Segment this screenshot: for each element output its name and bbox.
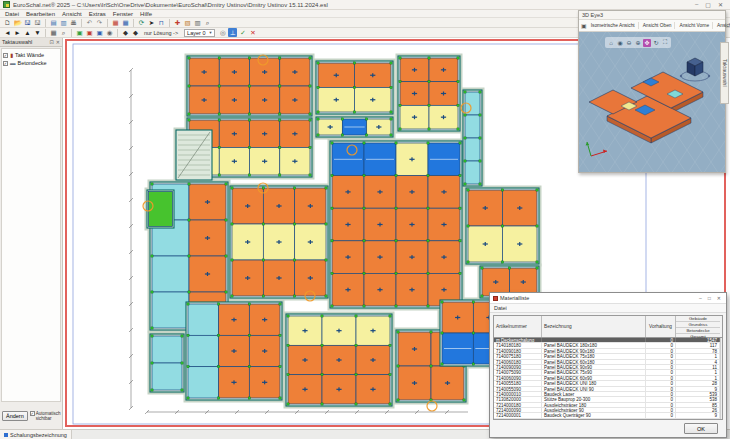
3d-panel-title: 3D Eye3 — [582, 12, 603, 18]
table-scrollbar[interactable] — [720, 338, 723, 420]
fit-view-icon[interactable]: ⛶ — [661, 39, 669, 47]
cell: 9 — [676, 413, 720, 417]
pan-3d-icon[interactable]: ✥ — [643, 39, 651, 47]
layer-combobox[interactable]: Layer 0 ▼ — [184, 29, 215, 37]
cell: 9 — [676, 387, 720, 391]
scrollbar-thumb[interactable] — [722, 346, 723, 372]
column-header-vorhaltung[interactable]: Vorhaltung — [646, 316, 676, 337]
formwork-blue-icon[interactable]: ▦ — [121, 18, 130, 27]
cell: 7140055180 — [494, 381, 542, 385]
cell: Panel BAUDECK 75x90 — [542, 370, 646, 374]
show-walls-icon[interactable]: ▣ — [75, 28, 84, 37]
cell: 0 — [646, 381, 676, 385]
material-table: Artikelnummer Bezeichnung Vorhaltung Geb… — [493, 315, 723, 420]
toolbar-separator — [45, 29, 46, 37]
status-tab[interactable]: Schalungsbezeichnung — [0, 430, 72, 439]
menu-datei[interactable]: Datei — [5, 11, 19, 17]
status-icon — [4, 433, 8, 437]
formwork-red-icon[interactable]: ▦ — [111, 18, 120, 27]
column-header-artikelnummer[interactable]: Artikelnummer — [494, 316, 542, 337]
pan-right-icon[interactable]: ► — [13, 28, 22, 37]
panels-icon[interactable]: ▧ — [183, 18, 192, 27]
zoom-tool-icon[interactable]: ⌕ — [203, 18, 212, 27]
cell: 1547 — [676, 338, 720, 342]
change-button[interactable]: Ändern — [2, 411, 28, 421]
cell: Baudeck Lager — [542, 392, 646, 396]
refresh-icon[interactable]: ⟳ — [137, 18, 146, 27]
tree-item-label: Takt Wände — [15, 52, 44, 58]
menu-hilfe[interactable]: Hilfe — [140, 11, 152, 17]
column-header-bezeichnung[interactable]: Bezeichnung — [542, 316, 646, 337]
menu-bearbeiten[interactable]: Bearbeiten — [26, 11, 55, 17]
open-folder-icon[interactable]: 📂 — [13, 18, 22, 27]
pin-icon[interactable]: ⊡ — [50, 39, 54, 45]
cell: Panel BAUDECK UNI 180 — [542, 381, 646, 385]
cell: 0 — [646, 354, 676, 358]
dialog-maximize-button[interactable]: □ — [708, 295, 711, 301]
options-icon[interactable]: ◉ — [105, 28, 114, 37]
view-button-1[interactable]: Ansicht Oben — [640, 22, 676, 29]
view-button-3[interactable]: Ansicht Seite — [714, 22, 730, 29]
menu-extras[interactable]: Extras — [89, 11, 106, 17]
show-slab-icon[interactable]: ▣ — [95, 28, 104, 37]
orbit-icon[interactable]: ↻ — [652, 39, 660, 47]
wall-tool-icon[interactable]: ⊓ — [157, 18, 166, 27]
view-button-2[interactable]: Ansicht Vorne — [676, 22, 713, 29]
undo-icon[interactable]: ↶ — [85, 18, 94, 27]
layer-manager-icon[interactable]: ◎ — [218, 28, 227, 37]
dialog-minimize-button[interactable]: – — [699, 295, 702, 301]
save-all-icon[interactable]: 🖫 — [33, 18, 42, 27]
dialog-menu-datei[interactable]: Datei — [494, 305, 507, 311]
list-icon[interactable]: ▥ — [193, 18, 202, 27]
3d-overlay-toolbar: ⌂◉⊖⊕✥↻⛶ — [605, 37, 671, 48]
print-icon[interactable]: 🖶 — [69, 18, 78, 27]
dialog-title-bar[interactable]: Materialliste – □ ✕ — [490, 293, 726, 304]
toolbar-separator — [169, 19, 170, 27]
zoom-window-icon[interactable]: ▦ — [49, 28, 58, 37]
level-tool-icon[interactable]: ⊥ — [228, 28, 237, 37]
tree-item-checkbox[interactable]: ✓ — [3, 53, 8, 58]
cell: 0 — [646, 370, 676, 374]
new-file-icon[interactable]: 🗋 — [3, 18, 12, 27]
column-header-gesamt-stack[interactable]: Gebäude Grundriss Betondecke Gesamt — [676, 316, 720, 337]
prev-solution-icon[interactable]: ◆ — [121, 28, 130, 37]
zoom-out-icon[interactable]: ⊖ — [625, 39, 633, 47]
tree-item-1[interactable]: ✓▬Betondecke — [3, 59, 59, 67]
close-button[interactable]: ✕ — [718, 1, 723, 8]
panel-close-icon[interactable]: ✕ — [56, 39, 60, 45]
takt-panel-title: Taktauswahl — [2, 39, 32, 45]
cell: 7214000090 — [494, 408, 542, 412]
auto-visible-checkbox[interactable]: ✓ Automatisch sichtbar — [30, 411, 60, 421]
select-cursor-icon[interactable]: ➤ — [147, 18, 156, 27]
pan-left-icon[interactable]: ◄ — [3, 28, 12, 37]
takt-tree: ✓▮Takt Wände✓▬Betondecke — [1, 48, 61, 402]
home-icon[interactable]: ⌂ — [607, 39, 615, 47]
maximize-button[interactable]: ▢ — [705, 1, 711, 8]
cell: 0 — [646, 397, 676, 401]
next-solution-icon[interactable]: ◆ — [131, 28, 140, 37]
zoom-extents-icon[interactable]: ⌕ — [59, 28, 68, 37]
menu-ansicht[interactable]: Ansicht — [62, 11, 82, 17]
redo-icon[interactable]: ↷ — [95, 18, 104, 27]
autohide-tab[interactable]: Taktauswahl — [720, 42, 729, 104]
apply-icon[interactable]: ✓ — [238, 28, 247, 37]
pan-down-icon[interactable]: ▼ — [33, 28, 42, 37]
dialog-close-button[interactable]: ✕ — [717, 295, 721, 301]
pan-up-icon[interactable]: ▲ — [23, 28, 32, 37]
add-icon[interactable]: ✚ — [173, 18, 182, 27]
save-icon[interactable]: 🖫 — [23, 18, 32, 27]
zoom-in-icon[interactable]: ⊕ — [634, 39, 642, 47]
page-preview-icon[interactable]: ▤ — [49, 18, 58, 27]
tree-item-0[interactable]: ✓▮Takt Wände — [3, 51, 59, 59]
menu-fenster[interactable]: Fenster — [113, 11, 133, 17]
cell: 7214000180 — [494, 403, 542, 407]
delete-icon[interactable]: ✕ — [248, 28, 257, 37]
view-button-0[interactable]: Isometrische Ansicht — [588, 22, 639, 29]
minimize-button[interactable]: – — [695, 1, 698, 8]
tree-item-checkbox[interactable]: ✓ — [3, 61, 8, 66]
eye-icon[interactable]: ◉ — [616, 39, 624, 47]
hide-walls-icon[interactable]: ▣ — [85, 28, 94, 37]
page-layout-icon[interactable]: ▥ — [59, 18, 68, 27]
ok-button[interactable]: OK — [684, 423, 718, 434]
3d-view[interactable]: ⌂◉⊖⊕✥↻⛶ — [579, 32, 725, 172]
